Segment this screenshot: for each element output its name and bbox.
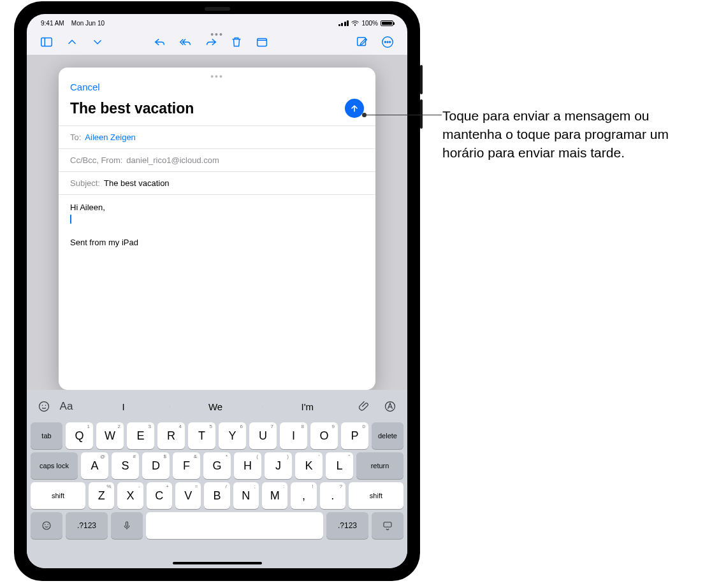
- svg-point-10: [45, 405, 47, 406]
- ipad-frame: 9:41 AM Mon Jun 10 100% •••: [14, 1, 420, 581]
- archive-icon[interactable]: [255, 35, 269, 49]
- key-h[interactable]: (H: [234, 452, 261, 479]
- svg-point-5: [384, 41, 386, 43]
- status-time: 9:41 AM: [41, 20, 64, 27]
- key-y[interactable]: 6Y: [219, 422, 246, 449]
- ccbcc-field[interactable]: Cc/Bcc, From: daniel_rico1@icloud.com: [59, 148, 375, 171]
- key-r[interactable]: 4R: [157, 422, 185, 449]
- svg-rect-15: [126, 522, 128, 527]
- ccbcc-label: Cc/Bcc, From:: [70, 155, 122, 165]
- space-key[interactable]: [146, 512, 323, 539]
- keyboard: Aa I We I'm tab 1Q 2W 3E 4R: [27, 390, 407, 568]
- key-z[interactable]: %Z: [89, 482, 114, 509]
- compose-icon[interactable]: [355, 35, 369, 49]
- chevron-up-icon[interactable]: [65, 35, 79, 49]
- sidebar-icon[interactable]: [40, 35, 54, 49]
- attachment-icon[interactable]: [354, 400, 375, 413]
- status-date: Mon Jun 10: [71, 20, 105, 27]
- cellular-icon: [338, 20, 349, 26]
- key-v[interactable]: =V: [175, 482, 201, 509]
- key-o[interactable]: 9O: [310, 422, 338, 449]
- key-b[interactable]: /B: [204, 482, 229, 509]
- key-g[interactable]: *G: [203, 452, 231, 479]
- send-button[interactable]: [345, 99, 364, 118]
- suggestion-2[interactable]: We: [170, 401, 261, 412]
- svg-rect-0: [41, 38, 52, 47]
- emoji-key[interactable]: [31, 512, 62, 539]
- battery-percent: 100%: [361, 20, 378, 27]
- volume-up-button: [420, 65, 423, 94]
- subject-field[interactable]: Subject: The best vacation: [59, 171, 375, 194]
- key-x[interactable]: -X: [117, 482, 143, 509]
- key-period[interactable]: ?.: [320, 482, 345, 509]
- sheet-handle-icon[interactable]: •••: [59, 68, 375, 79]
- volume-down-button: [420, 99, 423, 129]
- to-value[interactable]: Aileen Zeigen: [85, 133, 136, 142]
- key-l[interactable]: "L: [326, 452, 353, 479]
- compose-title: The best vacation: [70, 100, 338, 117]
- body-textarea[interactable]: Hi Aileen, Sent from my iPad: [59, 194, 375, 390]
- suggestion-1[interactable]: I: [78, 401, 169, 412]
- format-button[interactable]: Aa: [55, 400, 77, 413]
- cancel-button[interactable]: Cancel: [70, 82, 100, 92]
- key-row-2: caps lock @A #S $D &F *G (H )J 'K "L ret…: [31, 452, 403, 479]
- to-field[interactable]: To: Aileen Zeigen: [59, 125, 375, 148]
- numsym-key-left[interactable]: .?123: [66, 512, 108, 539]
- status-bar: 9:41 AM Mon Jun 10 100%: [27, 14, 407, 29]
- key-m[interactable]: :M: [262, 482, 287, 509]
- sticker-icon[interactable]: [33, 400, 55, 413]
- tab-key[interactable]: tab: [31, 422, 62, 449]
- svg-point-8: [40, 402, 49, 412]
- key-j[interactable]: )J: [265, 452, 292, 479]
- reply-icon[interactable]: [153, 35, 167, 49]
- key-i[interactable]: 8I: [280, 422, 307, 449]
- callout-leader-line: [364, 115, 442, 115]
- home-indicator[interactable]: [173, 562, 262, 564]
- key-n[interactable]: ;N: [233, 482, 259, 509]
- screen: 9:41 AM Mon Jun 10 100% •••: [27, 14, 407, 568]
- dictation-key[interactable]: [111, 512, 143, 539]
- forward-icon[interactable]: [204, 35, 218, 49]
- key-e[interactable]: 3E: [127, 422, 154, 449]
- svg-point-7: [389, 41, 391, 43]
- key-u[interactable]: 7U: [249, 422, 277, 449]
- text-cursor: [70, 215, 71, 224]
- key-f[interactable]: &F: [173, 452, 200, 479]
- svg-point-6: [387, 41, 388, 43]
- delete-key[interactable]: delete: [372, 422, 403, 449]
- numsym-key-right[interactable]: .?123: [326, 512, 368, 539]
- markup-icon[interactable]: [379, 400, 401, 413]
- key-k[interactable]: 'K: [295, 452, 323, 479]
- return-key[interactable]: return: [356, 452, 403, 479]
- svg-rect-16: [384, 522, 391, 527]
- key-c[interactable]: +C: [147, 482, 172, 509]
- arrow-up-icon: [349, 103, 360, 113]
- capslock-key[interactable]: caps lock: [31, 452, 78, 479]
- ccbcc-value: daniel_rico1@icloud.com: [126, 155, 219, 165]
- wifi-icon: [351, 20, 359, 26]
- key-a[interactable]: @A: [81, 452, 108, 479]
- more-icon[interactable]: [381, 35, 395, 49]
- battery-icon: [381, 20, 393, 26]
- body-signature: Sent from my iPad: [70, 238, 364, 247]
- key-w[interactable]: 2W: [96, 422, 124, 449]
- key-q[interactable]: 1Q: [66, 422, 93, 449]
- reply-all-icon[interactable]: [178, 35, 193, 49]
- subject-value: The best vacation: [104, 178, 170, 188]
- key-comma[interactable]: !,: [291, 482, 316, 509]
- key-p[interactable]: 0P: [341, 422, 368, 449]
- shift-key-left[interactable]: shift: [31, 482, 85, 509]
- suggestion-3[interactable]: I'm: [262, 401, 353, 412]
- svg-point-13: [45, 524, 46, 526]
- key-t[interactable]: 5T: [188, 422, 215, 449]
- camera-notch: [205, 7, 230, 11]
- key-d[interactable]: $D: [142, 452, 170, 479]
- suggestion-bar: Aa I We I'm: [31, 394, 403, 419]
- mail-toolbar: [27, 29, 407, 55]
- trash-icon[interactable]: [229, 35, 243, 49]
- hide-keyboard-key[interactable]: [372, 512, 403, 539]
- key-s[interactable]: #S: [112, 452, 139, 479]
- shift-key-right[interactable]: shift: [349, 482, 403, 509]
- subject-label: Subject:: [70, 178, 100, 188]
- chevron-down-icon[interactable]: [91, 35, 105, 49]
